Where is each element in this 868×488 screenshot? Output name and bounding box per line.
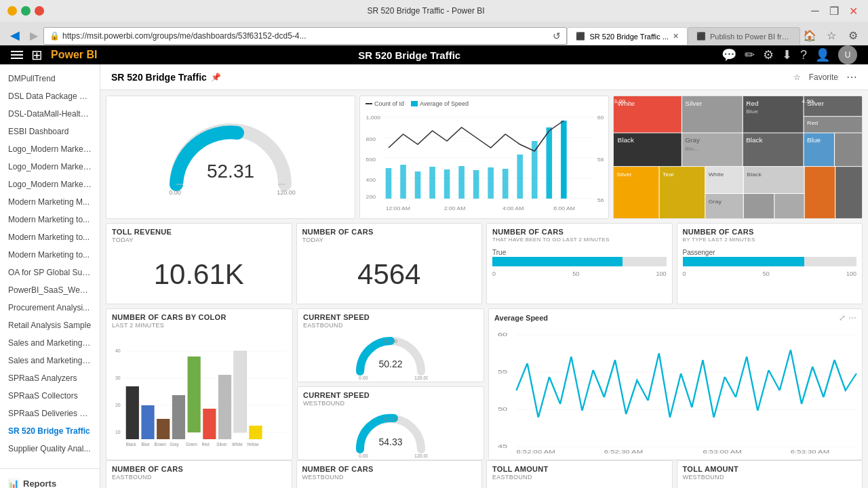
svg-text:800: 800: [366, 136, 376, 142]
sidebar-item-spraas3[interactable]: SPRaaS Deliveries FY16: [0, 405, 100, 422]
sidebar-reports[interactable]: 📊 Reports: [0, 474, 100, 488]
top-tiles-row: 0.00 120.00 52.31 Count of Id: [100, 90, 868, 219]
sidebar-item-sales1[interactable]: Sales and Marketing S...: [0, 334, 100, 352]
close-button[interactable]: [35, 6, 44, 16]
svg-text:Yellow: Yellow: [247, 442, 259, 447]
dashboard-title: SR 520 Bridge Traffic 📌: [111, 72, 221, 83]
forward-button[interactable]: ▶: [24, 26, 43, 45]
window-title: SR 520 Bridge Traffic - Power BI: [46, 6, 806, 16]
window-restore-btn[interactable]: ❐: [825, 1, 844, 20]
svg-text:Red: Red: [201, 442, 210, 447]
sidebar-item-procurement[interactable]: Procurement Analysi...: [0, 299, 100, 317]
sidebar-nav: DMPullTrend DSL Data Package Ver... DSL-…: [0, 64, 100, 468]
sidebar-item-dmtpulltrend[interactable]: DMPullTrend: [0, 70, 100, 87]
more-icon[interactable]: ⋯: [848, 313, 856, 323]
svg-text:56: 56: [597, 197, 604, 203]
edit-icon[interactable]: ✏: [745, 47, 755, 62]
svg-text:120.00: 120.00: [414, 453, 428, 458]
sidebar-item-dsl2[interactable]: DSL-DataMall-Healthp...: [0, 105, 100, 123]
sidebar-item-logo1[interactable]: Logo_Modern Marketi...: [0, 140, 100, 158]
svg-text:50.22: 50.22: [378, 359, 402, 369]
sidebar-item-modern4[interactable]: Modern Marketing to...: [0, 246, 100, 264]
num-cars-type-chart: Passenger 050100: [677, 245, 863, 283]
sidebar-item-sales2[interactable]: Sales and Marketing S...: [0, 352, 100, 369]
sidebar-item-logo2[interactable]: Logo_Modern Marketi...: [0, 158, 100, 176]
svg-text:10: 10: [115, 428, 121, 435]
title-bar: SR 520 Bridge Traffic - Power BI ─ ❐ ✕: [0, 0, 868, 22]
main-content: DMPullTrend DSL Data Package Ver... DSL-…: [0, 64, 868, 488]
svg-rect-19: [400, 165, 406, 199]
window-close-btn[interactable]: ✕: [844, 1, 863, 20]
tab-close-icon[interactable]: ✕: [673, 32, 679, 41]
legend-speed: Average of Speed: [411, 100, 469, 107]
sidebar-item-logo3[interactable]: Logo_Modern Marketi...: [0, 176, 100, 193]
speed-wb-tile: Current Speed WESTBOUND 0.00 120.00 54.3…: [297, 386, 484, 460]
sidebar-item-modern1[interactable]: Modern Marketing M...: [0, 193, 100, 211]
back-button[interactable]: ◀: [5, 26, 24, 45]
num-cars-type-subtitle: BY TYPE LAST 2 MINUTES: [683, 237, 857, 243]
sidebar-item-sr520[interactable]: SR 520 Bridge Traffic: [0, 422, 100, 440]
svg-rect-30: [561, 121, 567, 199]
svg-text:54.33: 54.33: [378, 436, 402, 447]
line-chart-tile: Count of Id Average of Speed 1,000 800 6…: [359, 96, 609, 219]
num-cars-type-tile: Number of Cars BY TYPE LAST 2 MINUTES Pa…: [677, 223, 863, 304]
svg-text:60: 60: [498, 331, 507, 338]
num-cars-2min-chart: True 050100: [487, 245, 672, 283]
svg-text:Black: Black: [746, 138, 763, 144]
account-icon[interactable]: 👤: [815, 47, 830, 62]
sidebar-item-supplier[interactable]: Supplier Quality Anal...: [0, 440, 100, 458]
comment-icon[interactable]: 💬: [722, 47, 736, 62]
star-btn[interactable]: ☆: [822, 26, 841, 45]
tab-inactive[interactable]: ⬛ Publish to Power BI from...: [688, 27, 800, 45]
svg-rect-20: [415, 171, 421, 199]
download-icon[interactable]: ⬇: [782, 47, 792, 62]
avatar[interactable]: U: [838, 45, 857, 64]
svg-text:55: 55: [498, 369, 507, 375]
cars-by-color-header: Number of Cars by Color LAST 2 MINUTES: [106, 309, 292, 331]
speed-eb-title: Current Speed: [303, 313, 478, 322]
sidebar-item-esbi[interactable]: ESBI Dashboard: [0, 123, 100, 140]
svg-text:Silver: Silver: [685, 100, 702, 106]
sidebar-item-retail[interactable]: Retail Analysis Sample: [0, 317, 100, 334]
sidebar-item-modern2[interactable]: Modern Marketing to...: [0, 211, 100, 228]
hbar-label-passenger: Passenger: [683, 249, 857, 256]
tab-active[interactable]: ⬛ SR 520 Bridge Traffic ... ✕: [567, 27, 688, 45]
refresh-icon[interactable]: ↺: [553, 30, 561, 41]
svg-text:4.50: 4.50: [802, 98, 814, 104]
home-btn[interactable]: 🏠: [800, 26, 819, 45]
sidebar-item-spraas2[interactable]: SPRaaS Collectors: [0, 387, 100, 405]
expand-icon[interactable]: ⤢: [839, 313, 846, 323]
waffle-icon[interactable]: ⊞: [31, 47, 43, 63]
svg-rect-25: [488, 167, 494, 199]
num-cars-2min-subtitle: THAT HAVE BEEN TO GO LAST 2 MINUTES: [492, 237, 667, 243]
address-input[interactable]: [62, 31, 550, 41]
svg-rect-23: [458, 166, 465, 199]
svg-text:Gray: Gray: [709, 198, 722, 204]
dashboard-main: SR 520 Bridge Traffic 📌 ☆ Favorite ⋯: [100, 64, 868, 488]
minimize-button[interactable]: [7, 6, 17, 16]
svg-rect-87: [234, 351, 247, 432]
svg-text:Blue: Blue: [746, 108, 758, 115]
svg-rect-82: [157, 419, 170, 439]
maximize-button[interactable]: [21, 6, 31, 16]
settings-icon[interactable]: ⚙: [763, 47, 774, 62]
sidebar-item-oa[interactable]: OA for SP Global Sum...: [0, 264, 100, 281]
num-cars-eb-subtitle: EASTBOUND: [112, 474, 286, 481]
window-minimize-btn[interactable]: ─: [806, 1, 825, 20]
ellipsis-icon[interactable]: ⋯: [846, 70, 857, 83]
svg-rect-55: [835, 133, 862, 166]
svg-rect-83: [172, 395, 185, 439]
star-icon[interactable]: ☆: [793, 73, 801, 82]
toll-amount-wb-value: 5.28K: [677, 483, 863, 488]
svg-rect-26: [502, 169, 509, 199]
settings-btn[interactable]: ⚙: [844, 26, 863, 45]
help-icon[interactable]: ?: [800, 48, 807, 62]
toll-revenue-tile: Toll Revenue TODAY 10.61K: [106, 223, 292, 304]
sidebar-item-dsl1[interactable]: DSL Data Package Ver...: [0, 87, 100, 105]
svg-text:Brown: Brown: [155, 442, 167, 447]
sidebar-item-spraas1[interactable]: SPRaaS Analyzers: [0, 369, 100, 387]
sidebar-item-powerbi[interactable]: PowerBI_SaaS_Web_W...: [0, 281, 100, 299]
hamburger-menu[interactable]: [11, 51, 23, 59]
svg-text:6:52:30 AM: 6:52:30 AM: [604, 449, 643, 454]
sidebar-item-modern3[interactable]: Modern Marketing to...: [0, 228, 100, 246]
